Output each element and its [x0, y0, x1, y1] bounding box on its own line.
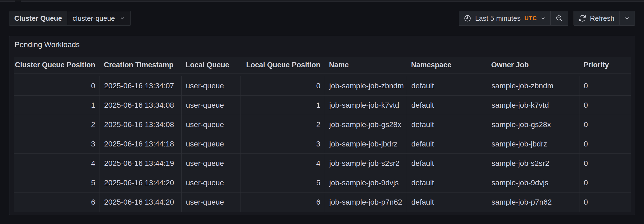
table-cell: default	[407, 134, 487, 154]
chevron-down-icon	[120, 16, 125, 21]
table-cell: default	[407, 192, 487, 212]
table-cell: 2025-06-16 13:44:19	[100, 154, 181, 173]
table-cell: 0	[579, 76, 631, 96]
column-header-local-queue[interactable]: Local Queue	[181, 57, 240, 74]
table-cell: 0	[579, 154, 631, 173]
column-header-name[interactable]: Name	[325, 57, 407, 74]
table-cell: 0	[240, 76, 325, 96]
table-cell: default	[407, 115, 487, 134]
variable-value-dropdown[interactable]: cluster-queue	[67, 11, 131, 25]
column-header-creation-timestamp[interactable]: Creation Timestamp	[100, 57, 181, 74]
table-cell: 0	[579, 134, 631, 154]
table-cell: default	[407, 96, 487, 115]
pending-workloads-table: Cluster Queue PositionCreation Timestamp…	[14, 57, 631, 212]
zoom-out-time-button[interactable]	[550, 11, 568, 25]
table-cell: 4	[240, 154, 325, 173]
table-cell: 5	[14, 173, 100, 192]
refresh-label: Refresh	[590, 14, 614, 23]
table-cell: 2025-06-16 13:34:08	[100, 115, 181, 134]
table-cell: user-queue	[181, 115, 240, 134]
column-header-owner-job[interactable]: Owner Job	[487, 57, 579, 74]
pending-workloads-panel: Pending Workloads Cluster Queue Position…	[9, 36, 635, 215]
table-cell: 6	[240, 192, 325, 212]
table-cell: 0	[14, 76, 100, 96]
table-cell: sample-job-zbndm	[487, 76, 579, 96]
table-cell: 5	[240, 173, 325, 192]
table-cell: 1	[14, 96, 100, 115]
table-cell: 2025-06-16 13:34:08	[100, 96, 181, 115]
refresh-button[interactable]: Refresh	[574, 11, 619, 25]
table-cell: 6	[14, 192, 100, 212]
table-cell: 3	[14, 134, 100, 154]
toolbar-right-controls: Last 5 minutes UTC Refresh	[459, 11, 635, 26]
chevron-down-icon	[624, 16, 630, 21]
column-header-local-queue-position[interactable]: Local Queue Position	[240, 57, 325, 74]
table-cell: default	[407, 154, 487, 173]
table-cell: job-sample-job-k7vtd	[325, 96, 407, 115]
table-cell: job-sample-job-s2sr2	[325, 154, 407, 173]
table-cell: 0	[579, 115, 631, 134]
zoom-out-icon	[555, 15, 563, 22]
table-cell: job-sample-job-p7n62	[325, 192, 407, 212]
chevron-down-icon	[541, 16, 546, 21]
table-cell: 2025-06-16 13:44:20	[100, 192, 181, 212]
table-cell: job-sample-job-gs28x	[325, 115, 407, 134]
column-header-priority[interactable]: Priority	[579, 57, 631, 74]
table-cell: 2	[14, 115, 100, 134]
refresh-icon	[579, 15, 586, 22]
table-cell: 0	[579, 192, 631, 212]
table-cell: 2025-06-16 13:34:07	[100, 76, 181, 96]
time-range-label: Last 5 minutes	[475, 14, 521, 23]
table-cell: user-queue	[181, 173, 240, 192]
time-controls-group: Last 5 minutes UTC	[459, 11, 568, 26]
table-cell: sample-job-gs28x	[487, 115, 579, 134]
dashboard-toolbar: Cluster Queue cluster-queue Last 5 minut…	[9, 11, 635, 26]
clock-icon	[464, 15, 471, 22]
table-cell: 3	[240, 134, 325, 154]
table-cell: job-sample-job-jbdrz	[325, 134, 407, 154]
table-cell: user-queue	[181, 76, 240, 96]
table-cell: 0	[579, 96, 631, 115]
browser-edge-notch	[15, 1, 21, 2]
table-cell: user-queue	[181, 192, 240, 212]
variable-value-text: cluster-queue	[73, 14, 115, 23]
table-cell: sample-job-s2sr2	[487, 154, 579, 173]
table-cell: 2025-06-16 13:44:20	[100, 173, 181, 192]
refresh-controls-group: Refresh	[574, 11, 635, 26]
table-cell: 2	[240, 115, 325, 134]
timezone-badge: UTC	[524, 15, 537, 22]
variable-label: Cluster Queue	[9, 11, 67, 25]
variable-picker-cluster-queue: Cluster Queue cluster-queue	[9, 11, 131, 26]
column-header-namespace[interactable]: Namespace	[407, 57, 487, 74]
table-cell: sample-job-9dvjs	[487, 173, 579, 192]
table-cell: sample-job-p7n62	[487, 192, 579, 212]
table-cell: user-queue	[181, 96, 240, 115]
column-header-cluster-queue-position[interactable]: Cluster Queue Position	[14, 57, 100, 74]
table-cell: user-queue	[181, 134, 240, 154]
time-range-picker-button[interactable]: Last 5 minutes UTC	[459, 11, 550, 25]
table-cell: job-sample-job-9dvjs	[325, 173, 407, 192]
table-cell: 1	[240, 96, 325, 115]
panel-title[interactable]: Pending Workloads	[15, 40, 80, 49]
table-cell: sample-job-jbdrz	[487, 134, 579, 154]
table-cell: user-queue	[181, 154, 240, 173]
browser-edge-strip	[0, 0, 644, 2]
table-cell: 4	[14, 154, 100, 173]
table-cell: default	[407, 76, 487, 96]
table-cell: job-sample-job-zbndm	[325, 76, 407, 96]
grafana-dashboard: { "toolbar": { "variable": { "label": "C…	[0, 0, 644, 224]
table-cell: sample-job-k7vtd	[487, 96, 579, 115]
refresh-interval-dropdown-button[interactable]	[619, 11, 635, 25]
table-cell: 2025-06-16 13:44:18	[100, 134, 181, 154]
table-cell: 0	[579, 173, 631, 192]
table-cell: default	[407, 173, 487, 192]
